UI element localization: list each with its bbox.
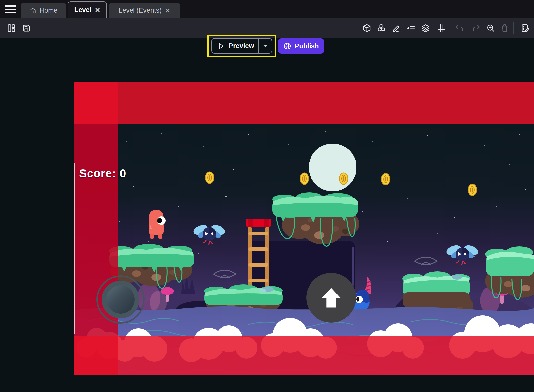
coin	[468, 184, 477, 196]
hamburger-menu-icon[interactable]	[5, 4, 16, 14]
moon	[309, 144, 356, 191]
tab-label: Home	[40, 7, 57, 14]
arrow-up-icon	[318, 285, 344, 311]
game-world	[74, 82, 534, 375]
app-window: Home Level ✕ Level (Events) ✕ Preview	[0, 0, 534, 392]
coin	[300, 173, 309, 184]
play-icon	[217, 42, 225, 50]
jump-button[interactable]	[306, 273, 356, 323]
joystick-control[interactable]	[96, 275, 145, 324]
toolbar-divider	[513, 22, 514, 34]
close-icon[interactable]: ✕	[165, 7, 171, 14]
preview-label: Preview	[225, 42, 258, 50]
publish-label: Publish	[295, 42, 319, 50]
tab-level[interactable]: Level ✕	[68, 1, 107, 18]
tab-bar: Home Level ✕ Level (Events) ✕	[0, 0, 534, 18]
close-icon[interactable]: ✕	[95, 7, 100, 13]
publish-button[interactable]: Publish	[278, 38, 324, 54]
layers-icon[interactable]	[421, 24, 430, 33]
score-label: Score: 0	[79, 167, 126, 180]
tab-label: Level	[74, 6, 91, 14]
redo-icon[interactable]	[472, 24, 481, 33]
zoom-in-icon[interactable]	[486, 24, 495, 33]
coin	[381, 173, 390, 185]
globe-icon	[283, 42, 291, 50]
coin	[205, 172, 214, 183]
pencil-icon[interactable]	[392, 24, 401, 33]
undo-icon[interactable]	[455, 24, 464, 33]
grid-icon[interactable]	[437, 24, 446, 33]
coin	[339, 173, 348, 184]
tab-home[interactable]: Home	[21, 3, 66, 18]
cube-3d-icon[interactable]	[362, 24, 371, 33]
tab-level-events[interactable]: Level (Events) ✕	[109, 3, 180, 18]
toolbar-divider	[452, 22, 452, 34]
save-icon[interactable]	[22, 24, 31, 33]
objects-stack-icon[interactable]	[377, 24, 386, 33]
events-edit-icon[interactable]	[521, 24, 530, 33]
trash-icon[interactable]	[500, 24, 509, 33]
joystick-knob[interactable]	[106, 285, 135, 314]
island-far-right	[485, 246, 534, 300]
instances-list-icon[interactable]	[407, 24, 416, 33]
scene-canvas[interactable]: Score: 0 987;728	[0, 38, 534, 392]
chevron-down-icon[interactable]	[259, 43, 272, 49]
main-toolbar: Preview Publish	[0, 18, 534, 38]
panel-layout-icon[interactable]	[7, 24, 16, 33]
home-icon	[29, 7, 36, 14]
preview-button[interactable]: Preview	[211, 38, 272, 54]
tab-label: Level (Events)	[119, 7, 162, 14]
